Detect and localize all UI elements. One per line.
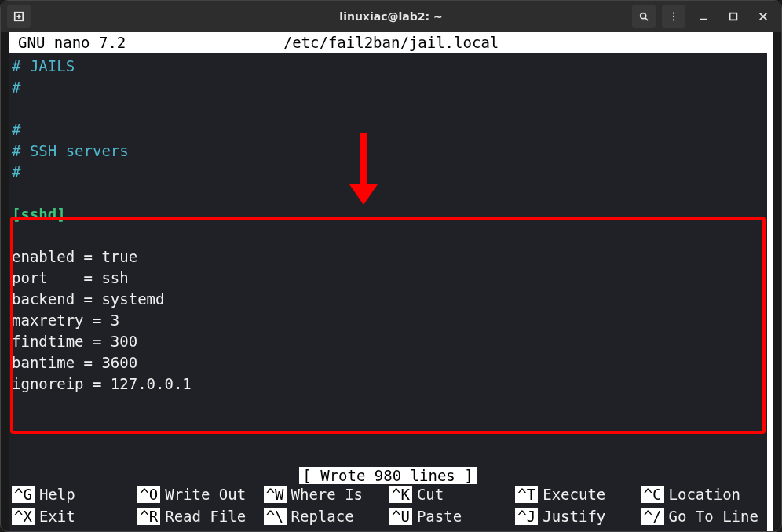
editor-line: enabled = true — [12, 246, 767, 268]
svg-point-3 — [641, 13, 646, 19]
scrollbar-track[interactable] — [767, 32, 773, 531]
shortcut-key: ^C — [641, 486, 664, 503]
editor-line: findtime = 300 — [12, 331, 767, 352]
editor-line: backend = systemd — [12, 289, 767, 310]
menu-button[interactable] — [662, 5, 685, 28]
editor-line: [sshd] — [12, 204, 767, 225]
shortcut-item[interactable]: ^CLocation — [641, 484, 764, 505]
editor-line — [12, 98, 767, 119]
nano-status-line: [ Wrote 980 lines ] — [9, 467, 767, 484]
shortcut-key: ^J — [515, 508, 538, 525]
maximize-button[interactable] — [722, 5, 745, 28]
shortcut-item[interactable]: ^RRead File — [137, 506, 260, 527]
shortcut-item[interactable]: ^UPaste — [389, 506, 512, 527]
editor-line: # — [12, 119, 767, 140]
new-tab-button[interactable] — [7, 5, 31, 28]
shortcut-key: ^U — [389, 508, 412, 525]
nano-shortcut-bar: ^GHelp^OWrite Out^WWhere Is^KCut^TExecut… — [9, 484, 767, 527]
nano-status-message: [ Wrote 980 lines ] — [299, 467, 476, 484]
shortcut-label: Where Is — [291, 486, 364, 503]
shortcut-key: ^\ — [264, 508, 287, 525]
shortcut-key: ^W — [264, 486, 287, 503]
shortcut-item[interactable]: ^KCut — [389, 484, 512, 505]
nano-title-bar: GNU nano 7.2 /etc/fail2ban/jail.local — [9, 32, 773, 53]
shortcut-label: Read File — [165, 508, 246, 525]
editor-line: bantime = 3600 — [12, 352, 767, 373]
nano-app-version: GNU nano 7.2 — [18, 34, 126, 51]
shortcut-label: Location — [669, 486, 741, 503]
shortcut-key: ^/ — [641, 508, 664, 525]
svg-rect-9 — [730, 13, 737, 20]
shortcut-label: Execute — [543, 486, 605, 503]
shortcut-key: ^K — [389, 486, 412, 503]
editor-line — [12, 225, 767, 246]
shortcut-label: Help — [39, 486, 75, 503]
shortcut-label: Justify — [543, 508, 605, 525]
editor-line: # SSH servers — [12, 140, 767, 162]
editor-line — [12, 183, 767, 204]
editor-line: # — [12, 162, 767, 183]
shortcut-key: ^T — [515, 486, 538, 503]
shortcut-label: Replace — [291, 508, 354, 525]
shortcut-item[interactable]: ^GHelp — [12, 484, 134, 505]
minimize-button[interactable] — [692, 5, 715, 28]
editor-line: port = ssh — [12, 268, 767, 289]
search-button[interactable] — [632, 5, 656, 28]
shortcut-item[interactable]: ^JJustify — [515, 506, 638, 527]
shortcut-label: Go To Line — [669, 508, 758, 525]
window-title-bar: linuxiac@lab2: ~ — [1, 1, 781, 32]
shortcut-label: Cut — [417, 486, 444, 503]
shortcut-key: ^G — [12, 486, 35, 503]
shortcut-label: Write Out — [165, 486, 246, 503]
close-button[interactable] — [751, 5, 775, 28]
shortcut-item[interactable]: ^WWhere Is — [264, 484, 386, 505]
shortcut-key: ^O — [137, 486, 160, 503]
svg-point-7 — [673, 19, 674, 20]
shortcut-item[interactable]: ^OWrite Out — [137, 484, 260, 505]
shortcut-item[interactable]: ^XExit — [12, 506, 134, 527]
editor-content[interactable]: # JAILS# ## SSH servers# [sshd] enabled … — [9, 53, 767, 475]
svg-point-5 — [673, 12, 674, 13]
shortcut-key: ^R — [137, 508, 160, 525]
editor-line: # JAILS — [12, 56, 767, 77]
shortcut-label: Exit — [39, 508, 75, 525]
editor-line: maxretry = 3 — [12, 310, 767, 331]
shortcut-key: ^X — [12, 508, 35, 525]
editor-line: # — [12, 77, 767, 98]
terminal-area: GNU nano 7.2 /etc/fail2ban/jail.local # … — [9, 32, 773, 531]
shortcut-item[interactable]: ^/Go To Line — [641, 506, 764, 527]
editor-line: ignoreip = 127.0.0.1 — [12, 373, 767, 395]
shortcut-item[interactable]: ^TExecute — [515, 484, 638, 505]
svg-line-4 — [645, 18, 649, 21]
svg-point-6 — [673, 16, 674, 17]
shortcut-item[interactable]: ^\Replace — [264, 506, 386, 527]
shortcut-label: Paste — [417, 508, 462, 525]
